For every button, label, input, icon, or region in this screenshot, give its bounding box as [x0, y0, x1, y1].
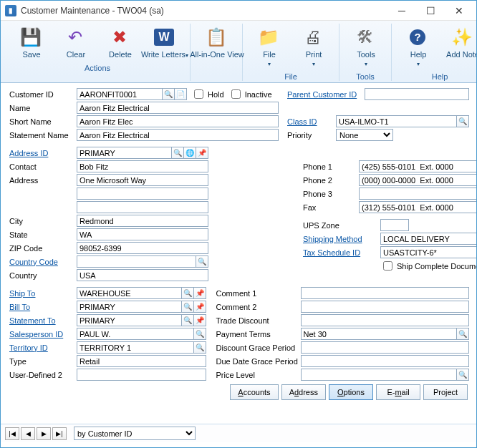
- bill-to-input[interactable]: [77, 301, 182, 313]
- country-code-input[interactable]: [77, 255, 196, 268]
- phone1-input[interactable]: [359, 160, 477, 172]
- fax-label: Fax: [302, 203, 359, 212]
- price-level-lookup-icon[interactable]: [456, 369, 469, 381]
- fax-input[interactable]: [359, 201, 477, 213]
- phone2-input[interactable]: [359, 174, 477, 186]
- salesperson-input[interactable]: [77, 328, 194, 340]
- country-label: Country: [8, 271, 77, 280]
- country-input[interactable]: [77, 269, 208, 281]
- salesperson-label[interactable]: Salesperson ID: [8, 330, 77, 339]
- name-input[interactable]: [77, 102, 279, 114]
- state-input[interactable]: [77, 228, 208, 240]
- comment2-input[interactable]: [301, 301, 470, 313]
- payment-terms-lookup-icon[interactable]: [456, 328, 469, 340]
- address3-input[interactable]: [77, 201, 208, 213]
- address-id-lookup-icon[interactable]: [171, 147, 184, 159]
- ship-complete-checkbox[interactable]: Ship Complete Documents: [380, 259, 477, 273]
- footer: |◀ ◀ ▶ ▶| by Customer ID: [1, 424, 476, 442]
- phone3-input[interactable]: [359, 188, 477, 200]
- address-button[interactable]: Address: [281, 384, 326, 400]
- ship-to-lookup-icon[interactable]: [181, 287, 194, 299]
- maximize-button[interactable]: ☐: [416, 1, 445, 21]
- bill-to-lookup-icon[interactable]: [181, 301, 194, 313]
- address-id-label[interactable]: Address ID: [8, 149, 77, 157]
- nav-next-button[interactable]: ▶: [37, 427, 51, 440]
- report-icon: 📋: [205, 26, 228, 49]
- class-id-label[interactable]: Class ID: [286, 117, 336, 126]
- add-note-icon: ✨: [450, 26, 473, 49]
- nav-prev-button[interactable]: ◀: [21, 427, 35, 440]
- ups-zone-input[interactable]: [380, 219, 409, 231]
- statement-to-input[interactable]: [77, 314, 182, 326]
- minimize-button[interactable]: ─: [387, 1, 416, 21]
- type-input[interactable]: [77, 355, 206, 367]
- print-button[interactable]: 🖨 Print▾: [292, 24, 334, 71]
- help-button[interactable]: ? Help▾: [396, 24, 439, 71]
- tools-icon: 🛠: [354, 26, 377, 49]
- sort-by-select[interactable]: by Customer ID: [74, 427, 196, 440]
- userdef2-input[interactable]: [77, 369, 206, 381]
- class-id-lookup-icon[interactable]: [456, 115, 469, 127]
- shipping-method-input[interactable]: [380, 233, 477, 245]
- contact-input[interactable]: [77, 160, 208, 172]
- ribbon-group-label-file: File: [284, 72, 297, 81]
- territory-label[interactable]: Territory ID: [8, 344, 77, 352]
- country-code-label[interactable]: Country Code: [8, 258, 77, 266]
- add-note-button[interactable]: ✨ Add Note: [440, 24, 477, 71]
- customer-id-input[interactable]: [77, 88, 163, 100]
- due-date-grace-input[interactable]: [301, 355, 470, 367]
- address1-input[interactable]: [77, 174, 208, 186]
- price-level-label[interactable]: Price Level: [215, 371, 301, 379]
- customer-id-lookup-icon[interactable]: [162, 88, 175, 100]
- class-id-input[interactable]: [336, 115, 457, 127]
- territory-input[interactable]: [77, 341, 194, 354]
- ribbon-group-label-actions: Actions: [85, 64, 110, 72]
- email-button[interactable]: E-mail: [376, 384, 420, 400]
- parent-customer-id-input[interactable]: [365, 88, 469, 100]
- statement-to-map-icon[interactable]: [193, 314, 206, 326]
- trade-discount-label: Trade Discount: [215, 316, 301, 325]
- discount-grace-input[interactable]: [301, 341, 470, 354]
- all-in-one-view-button[interactable]: 📋 All-in-One View: [195, 24, 238, 61]
- delete-x-icon: ✖: [108, 26, 131, 49]
- accounts-button[interactable]: Accounts: [230, 384, 278, 400]
- inactive-checkbox[interactable]: Inactive: [228, 87, 272, 101]
- salesperson-lookup-icon[interactable]: [193, 328, 206, 340]
- write-letters-button[interactable]: W Write Letters▾: [143, 24, 186, 62]
- bill-to-map-icon[interactable]: [193, 301, 206, 313]
- comment1-input[interactable]: [301, 287, 470, 299]
- address2-input[interactable]: [77, 188, 208, 200]
- nav-first-button[interactable]: |◀: [5, 427, 19, 440]
- city-input[interactable]: [77, 215, 208, 227]
- hold-checkbox[interactable]: Hold: [191, 87, 224, 101]
- short-name-input[interactable]: [77, 115, 279, 127]
- shipping-method-label[interactable]: Shipping Method: [302, 235, 380, 243]
- ship-to-label[interactable]: Ship To: [8, 289, 77, 298]
- options-button[interactable]: Options: [329, 384, 373, 400]
- nav-last-button[interactable]: ▶|: [52, 427, 67, 440]
- price-level-input[interactable]: [301, 369, 458, 381]
- tax-schedule-input[interactable]: [380, 246, 477, 258]
- trade-discount-input[interactable]: [301, 314, 470, 326]
- statement-to-label[interactable]: Statement To: [8, 316, 77, 325]
- territory-lookup-icon[interactable]: [193, 341, 206, 354]
- zip-input[interactable]: [77, 242, 208, 254]
- statement-name-input[interactable]: [77, 129, 279, 141]
- address-id-map-icon[interactable]: [196, 147, 208, 159]
- country-code-lookup-icon[interactable]: [196, 255, 208, 268]
- payment-terms-label[interactable]: Payment Terms: [215, 330, 301, 339]
- ship-to-map-icon[interactable]: [193, 287, 206, 299]
- bill-to-label[interactable]: Bill To: [8, 303, 77, 311]
- payment-terms-input[interactable]: [301, 328, 458, 340]
- address-id-input[interactable]: [77, 147, 172, 159]
- project-button[interactable]: Project: [423, 384, 468, 400]
- parent-customer-id-label[interactable]: Parent Customer ID: [286, 90, 365, 99]
- statement-to-lookup-icon[interactable]: [181, 314, 194, 326]
- tools-button[interactable]: 🛠 Tools▾: [344, 24, 387, 71]
- customer-id-note-icon[interactable]: [174, 88, 187, 100]
- ship-to-input[interactable]: [77, 287, 182, 299]
- tax-schedule-label[interactable]: Tax Schedule ID: [302, 248, 380, 257]
- address-id-internet-icon[interactable]: [183, 147, 196, 159]
- priority-select[interactable]: None: [336, 129, 393, 141]
- close-button[interactable]: ✕: [445, 1, 473, 21]
